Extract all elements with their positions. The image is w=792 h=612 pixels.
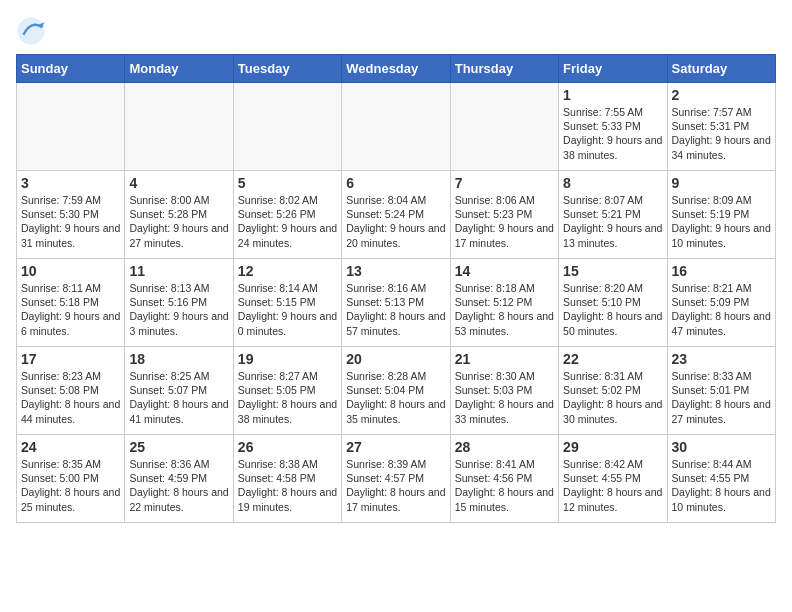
calendar-header-row: SundayMondayTuesdayWednesdayThursdayFrid…: [17, 55, 776, 83]
cell-content: Sunrise: 8:33 AM Sunset: 5:01 PM Dayligh…: [672, 369, 771, 426]
day-number: 4: [129, 175, 228, 191]
calendar-cell: 28 Sunrise: 8:41 AM Sunset: 4:56 PM Dayl…: [450, 435, 558, 523]
day-number: 17: [21, 351, 120, 367]
calendar-week-2: 3 Sunrise: 7:59 AM Sunset: 5:30 PM Dayli…: [17, 171, 776, 259]
calendar-cell: [450, 83, 558, 171]
cell-content: Sunrise: 8:35 AM Sunset: 5:00 PM Dayligh…: [21, 457, 120, 514]
cell-content: Sunrise: 8:18 AM Sunset: 5:12 PM Dayligh…: [455, 281, 554, 338]
calendar-cell: 25 Sunrise: 8:36 AM Sunset: 4:59 PM Dayl…: [125, 435, 233, 523]
cell-content: Sunrise: 8:36 AM Sunset: 4:59 PM Dayligh…: [129, 457, 228, 514]
calendar-cell: 15 Sunrise: 8:20 AM Sunset: 5:10 PM Dayl…: [559, 259, 667, 347]
day-number: 15: [563, 263, 662, 279]
calendar-cell: 16 Sunrise: 8:21 AM Sunset: 5:09 PM Dayl…: [667, 259, 775, 347]
calendar-cell: 6 Sunrise: 8:04 AM Sunset: 5:24 PM Dayli…: [342, 171, 450, 259]
day-number: 29: [563, 439, 662, 455]
calendar-week-3: 10 Sunrise: 8:11 AM Sunset: 5:18 PM Dayl…: [17, 259, 776, 347]
header-thursday: Thursday: [450, 55, 558, 83]
cell-content: Sunrise: 8:06 AM Sunset: 5:23 PM Dayligh…: [455, 193, 554, 250]
cell-content: Sunrise: 8:21 AM Sunset: 5:09 PM Dayligh…: [672, 281, 771, 338]
calendar-cell: 9 Sunrise: 8:09 AM Sunset: 5:19 PM Dayli…: [667, 171, 775, 259]
calendar-cell: 19 Sunrise: 8:27 AM Sunset: 5:05 PM Dayl…: [233, 347, 341, 435]
logo: [16, 16, 50, 46]
day-number: 10: [21, 263, 120, 279]
calendar-cell: 23 Sunrise: 8:33 AM Sunset: 5:01 PM Dayl…: [667, 347, 775, 435]
cell-content: Sunrise: 7:57 AM Sunset: 5:31 PM Dayligh…: [672, 105, 771, 162]
cell-content: Sunrise: 8:28 AM Sunset: 5:04 PM Dayligh…: [346, 369, 445, 426]
header-friday: Friday: [559, 55, 667, 83]
cell-content: Sunrise: 8:00 AM Sunset: 5:28 PM Dayligh…: [129, 193, 228, 250]
day-number: 1: [563, 87, 662, 103]
calendar-cell: 11 Sunrise: 8:13 AM Sunset: 5:16 PM Dayl…: [125, 259, 233, 347]
cell-content: Sunrise: 8:09 AM Sunset: 5:19 PM Dayligh…: [672, 193, 771, 250]
calendar-cell: [233, 83, 341, 171]
day-number: 8: [563, 175, 662, 191]
cell-content: Sunrise: 8:14 AM Sunset: 5:15 PM Dayligh…: [238, 281, 337, 338]
calendar-cell: 5 Sunrise: 8:02 AM Sunset: 5:26 PM Dayli…: [233, 171, 341, 259]
header-wednesday: Wednesday: [342, 55, 450, 83]
calendar-week-5: 24 Sunrise: 8:35 AM Sunset: 5:00 PM Dayl…: [17, 435, 776, 523]
calendar-cell: 14 Sunrise: 8:18 AM Sunset: 5:12 PM Dayl…: [450, 259, 558, 347]
page-header: [16, 16, 776, 46]
calendar-cell: 29 Sunrise: 8:42 AM Sunset: 4:55 PM Dayl…: [559, 435, 667, 523]
calendar-week-4: 17 Sunrise: 8:23 AM Sunset: 5:08 PM Dayl…: [17, 347, 776, 435]
calendar-table: SundayMondayTuesdayWednesdayThursdayFrid…: [16, 54, 776, 523]
calendar-cell: 2 Sunrise: 7:57 AM Sunset: 5:31 PM Dayli…: [667, 83, 775, 171]
calendar-cell: 24 Sunrise: 8:35 AM Sunset: 5:00 PM Dayl…: [17, 435, 125, 523]
calendar-cell: 1 Sunrise: 7:55 AM Sunset: 5:33 PM Dayli…: [559, 83, 667, 171]
day-number: 5: [238, 175, 337, 191]
cell-content: Sunrise: 7:55 AM Sunset: 5:33 PM Dayligh…: [563, 105, 662, 162]
day-number: 12: [238, 263, 337, 279]
cell-content: Sunrise: 8:30 AM Sunset: 5:03 PM Dayligh…: [455, 369, 554, 426]
day-number: 7: [455, 175, 554, 191]
calendar-cell: 21 Sunrise: 8:30 AM Sunset: 5:03 PM Dayl…: [450, 347, 558, 435]
calendar-cell: 4 Sunrise: 8:00 AM Sunset: 5:28 PM Dayli…: [125, 171, 233, 259]
calendar-cell: 13 Sunrise: 8:16 AM Sunset: 5:13 PM Dayl…: [342, 259, 450, 347]
svg-point-0: [18, 18, 45, 45]
day-number: 16: [672, 263, 771, 279]
day-number: 28: [455, 439, 554, 455]
day-number: 26: [238, 439, 337, 455]
calendar-cell: 20 Sunrise: 8:28 AM Sunset: 5:04 PM Dayl…: [342, 347, 450, 435]
day-number: 27: [346, 439, 445, 455]
calendar-cell: [342, 83, 450, 171]
calendar-cell: 27 Sunrise: 8:39 AM Sunset: 4:57 PM Dayl…: [342, 435, 450, 523]
calendar-cell: 26 Sunrise: 8:38 AM Sunset: 4:58 PM Dayl…: [233, 435, 341, 523]
logo-icon: [16, 16, 46, 46]
header-sunday: Sunday: [17, 55, 125, 83]
calendar-cell: 22 Sunrise: 8:31 AM Sunset: 5:02 PM Dayl…: [559, 347, 667, 435]
cell-content: Sunrise: 8:02 AM Sunset: 5:26 PM Dayligh…: [238, 193, 337, 250]
cell-content: Sunrise: 7:59 AM Sunset: 5:30 PM Dayligh…: [21, 193, 120, 250]
header-tuesday: Tuesday: [233, 55, 341, 83]
calendar-week-1: 1 Sunrise: 7:55 AM Sunset: 5:33 PM Dayli…: [17, 83, 776, 171]
cell-content: Sunrise: 8:16 AM Sunset: 5:13 PM Dayligh…: [346, 281, 445, 338]
cell-content: Sunrise: 8:25 AM Sunset: 5:07 PM Dayligh…: [129, 369, 228, 426]
cell-content: Sunrise: 8:27 AM Sunset: 5:05 PM Dayligh…: [238, 369, 337, 426]
calendar-cell: 30 Sunrise: 8:44 AM Sunset: 4:55 PM Dayl…: [667, 435, 775, 523]
cell-content: Sunrise: 8:20 AM Sunset: 5:10 PM Dayligh…: [563, 281, 662, 338]
calendar-cell: 18 Sunrise: 8:25 AM Sunset: 5:07 PM Dayl…: [125, 347, 233, 435]
cell-content: Sunrise: 8:04 AM Sunset: 5:24 PM Dayligh…: [346, 193, 445, 250]
day-number: 18: [129, 351, 228, 367]
cell-content: Sunrise: 8:07 AM Sunset: 5:21 PM Dayligh…: [563, 193, 662, 250]
cell-content: Sunrise: 8:41 AM Sunset: 4:56 PM Dayligh…: [455, 457, 554, 514]
cell-content: Sunrise: 8:42 AM Sunset: 4:55 PM Dayligh…: [563, 457, 662, 514]
cell-content: Sunrise: 8:44 AM Sunset: 4:55 PM Dayligh…: [672, 457, 771, 514]
calendar-cell: 12 Sunrise: 8:14 AM Sunset: 5:15 PM Dayl…: [233, 259, 341, 347]
day-number: 2: [672, 87, 771, 103]
day-number: 3: [21, 175, 120, 191]
calendar-cell: 7 Sunrise: 8:06 AM Sunset: 5:23 PM Dayli…: [450, 171, 558, 259]
day-number: 9: [672, 175, 771, 191]
cell-content: Sunrise: 8:23 AM Sunset: 5:08 PM Dayligh…: [21, 369, 120, 426]
header-monday: Monday: [125, 55, 233, 83]
calendar-cell: [17, 83, 125, 171]
day-number: 23: [672, 351, 771, 367]
header-saturday: Saturday: [667, 55, 775, 83]
day-number: 24: [21, 439, 120, 455]
cell-content: Sunrise: 8:31 AM Sunset: 5:02 PM Dayligh…: [563, 369, 662, 426]
calendar-cell: 10 Sunrise: 8:11 AM Sunset: 5:18 PM Dayl…: [17, 259, 125, 347]
day-number: 11: [129, 263, 228, 279]
day-number: 14: [455, 263, 554, 279]
day-number: 30: [672, 439, 771, 455]
calendar-cell: 17 Sunrise: 8:23 AM Sunset: 5:08 PM Dayl…: [17, 347, 125, 435]
day-number: 21: [455, 351, 554, 367]
